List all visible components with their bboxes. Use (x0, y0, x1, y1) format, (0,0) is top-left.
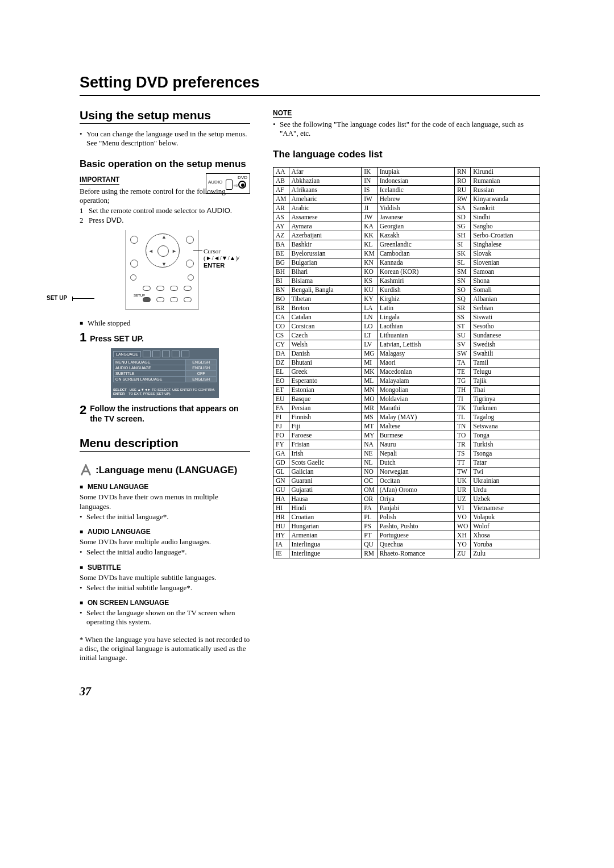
name-cell: Ukrainian (471, 476, 540, 485)
dvd-label: DVD (238, 175, 247, 180)
code-row: AAAfarIKInupiakRNKirundi (273, 167, 540, 176)
name-cell: Ameharic (289, 194, 362, 203)
osd-row-value: ENGLISH (186, 360, 217, 365)
name-cell: Faroese (289, 431, 362, 440)
code-cell: SN (455, 276, 471, 285)
code-cell: ZU (455, 549, 471, 558)
code-cell: AZ (273, 231, 289, 240)
name-cell: (Afan) Oromo (377, 485, 454, 494)
code-cell: HI (273, 503, 289, 512)
osd-hint: SELECT USE ▲▼◄► TO SELECT. USE ENTER TO … (113, 388, 217, 396)
name-cell: Sangho (471, 222, 540, 231)
name-cell: Aymara (289, 222, 362, 231)
name-cell: Fiji (289, 422, 362, 431)
code-cell: TH (455, 385, 471, 394)
code-cell: SH (455, 231, 471, 240)
code-cell: GL (273, 467, 289, 476)
name-cell: Uzbek (471, 494, 540, 503)
code-cell: KU (362, 285, 377, 294)
name-cell: Tatar (471, 458, 540, 467)
name-cell: Bashkir (289, 240, 362, 249)
setup-button-icon (143, 297, 151, 302)
code-cell: AF (273, 185, 289, 194)
name-cell: Albanian (471, 294, 540, 303)
code-cell: KS (362, 276, 377, 285)
code-cell: UZ (455, 494, 471, 503)
code-cell: RN (455, 167, 471, 176)
name-cell: Bulgarian (289, 258, 362, 267)
code-cell: SO (455, 285, 471, 294)
code-cell: MG (362, 349, 377, 358)
name-cell: Korean (KOR) (377, 267, 454, 276)
remote-pill-icon (143, 286, 151, 291)
name-cell: Siswati (471, 312, 540, 322)
osd-row-label: ON SCREEN LANGUAGE (114, 377, 186, 382)
code-cell: FI (273, 412, 289, 422)
important-item-2: 2 Press DVD. (80, 216, 250, 225)
item-number: 1 (80, 206, 84, 215)
code-cell: IN (362, 176, 377, 185)
code-row: BIBislamaKSKashmiriSNShona (273, 276, 540, 285)
remote-pill-icon (170, 286, 178, 291)
step-2: 2 Follow the instructions that appears o… (80, 404, 250, 424)
code-cell: MK (362, 367, 377, 376)
name-cell: Tagalog (471, 412, 540, 422)
code-cell: IW (362, 194, 377, 203)
item-number: 2 (80, 216, 84, 225)
code-cell: SI (455, 240, 471, 249)
code-cell: MS (362, 412, 377, 422)
step-1: 1 Press SET UP. (80, 331, 250, 344)
code-row: BABashkirKLGreenlandicSISinghalese (273, 240, 540, 249)
remote-button-icon (186, 236, 194, 244)
code-row: HYArmenianPTPortugueseXHXhosa (273, 531, 540, 540)
code-cell: KY (362, 294, 377, 303)
osd-tab-language: LANGUAGE (113, 351, 141, 357)
code-cell: TK (455, 403, 471, 412)
remote-pill-icon (156, 297, 164, 302)
osd-row-label: MENU LANGUAGE (114, 360, 186, 365)
arrow-left-icon: ◄ (148, 248, 154, 254)
osd-row-value: ENGLISH (186, 365, 217, 371)
name-cell: Greek (289, 367, 362, 376)
name-cell: Interlingua (289, 540, 362, 549)
code-cell: FY (273, 440, 289, 449)
code-cell: KN (362, 258, 377, 267)
code-row: AYAymaraKAGeorgianSGSangho (273, 222, 540, 231)
code-cell: FO (273, 431, 289, 440)
cursor-dpad-icon: ▲ ▼ ◄ ► (146, 233, 180, 268)
code-row: HRCroatianPLPolishVOVolapuk (273, 512, 540, 521)
code-cell: ML (362, 376, 377, 385)
name-cell: Kannada (377, 258, 454, 267)
page-number: 37 (80, 685, 250, 698)
name-cell: Maltese (377, 422, 454, 431)
name-cell: Slovenian (471, 258, 540, 267)
name-cell: Setswana (471, 422, 540, 431)
name-cell: Slovak (471, 249, 540, 258)
name-cell: Galician (289, 467, 362, 476)
name-cell: Sundanese (471, 331, 540, 340)
code-cell: CA (273, 312, 289, 322)
remote-pill-icon (170, 297, 178, 302)
code-row: GUGujaratiOM(Afan) OromoURUrdu (273, 485, 540, 494)
name-cell: Twi (471, 467, 540, 476)
code-cell: CS (273, 331, 289, 340)
name-cell: Welsh (289, 340, 362, 349)
code-cell: CO (273, 322, 289, 331)
name-cell: Kashmiri (377, 276, 454, 285)
name-cell: Scots Gaelic (289, 458, 362, 467)
name-cell: Esperanto (289, 376, 362, 385)
code-cell: EU (273, 394, 289, 403)
code-cell: TI (455, 394, 471, 403)
code-cell: VI (455, 503, 471, 512)
lang-section-label: ON SCREEN LANGUAGE (88, 599, 169, 607)
left-column: Using the setup menus You can change the… (80, 108, 250, 698)
step-number: 2 (80, 404, 86, 416)
code-cell: EL (273, 367, 289, 376)
code-cell: EO (273, 376, 289, 385)
code-cell: PL (362, 512, 377, 521)
name-cell: Macedonian (377, 367, 454, 376)
code-cell: OM (362, 485, 377, 494)
name-cell: Mongolian (377, 385, 454, 394)
code-cell: ST (455, 322, 471, 331)
audio-label: AUDIO (208, 180, 222, 185)
